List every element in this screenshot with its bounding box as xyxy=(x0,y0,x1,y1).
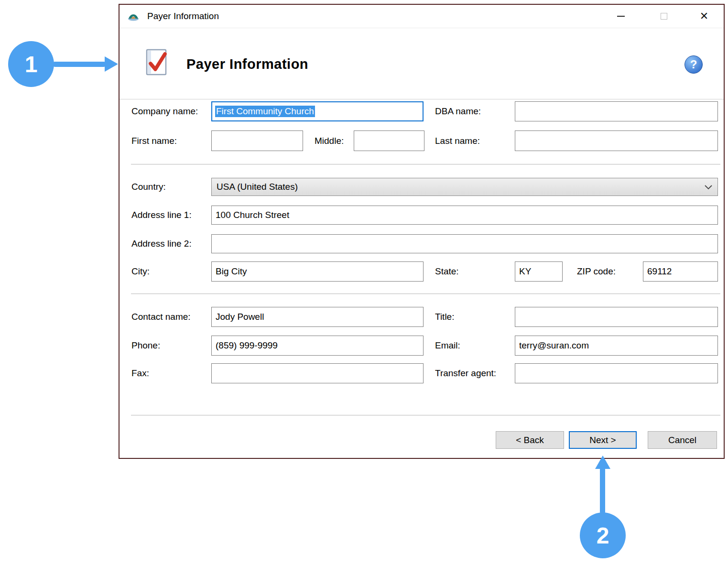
fax-input[interactable] xyxy=(211,363,424,383)
dba-name-input[interactable] xyxy=(515,101,718,121)
back-button[interactable]: < Back xyxy=(496,431,564,449)
company-name-label: Company name: xyxy=(131,101,198,121)
address-line2-label: Address line 2: xyxy=(131,234,192,253)
zip-code-input[interactable] xyxy=(643,261,718,282)
page-title: Payer Information xyxy=(186,28,308,100)
company-name-input[interactable]: First Community Church xyxy=(211,101,424,121)
city-label: City: xyxy=(131,261,150,282)
email-input[interactable] xyxy=(515,336,718,356)
cancel-button[interactable]: Cancel xyxy=(648,431,717,449)
maximize-button[interactable] xyxy=(649,5,679,28)
country-label: Country: xyxy=(131,178,166,196)
divider xyxy=(131,293,720,294)
zip-code-label: ZIP code: xyxy=(577,261,616,282)
wizard-header: Payer Information ? xyxy=(120,28,724,99)
window-title: Payer Information xyxy=(147,5,219,28)
middle-label: Middle: xyxy=(315,130,344,151)
divider xyxy=(131,415,720,416)
page: Payer Information ✕ Payer Information xyxy=(0,0,728,565)
annotation-step-1-badge: 1 xyxy=(8,41,54,87)
address-line1-input[interactable] xyxy=(211,206,718,225)
transfer-agent-input[interactable] xyxy=(515,363,718,383)
country-select[interactable]: USA (United States) xyxy=(211,178,718,196)
annotation-step-2-badge: 2 xyxy=(580,512,626,558)
title-bar: Payer Information ✕ xyxy=(120,5,724,28)
payer-information-dialog: Payer Information ✕ Payer Information xyxy=(119,4,725,459)
annotation-arrow-1-line xyxy=(53,62,106,67)
last-name-label: Last name: xyxy=(435,130,480,151)
maximize-icon xyxy=(661,13,667,20)
contact-name-input[interactable] xyxy=(211,307,424,327)
last-name-input[interactable] xyxy=(515,130,718,151)
email-label: Email: xyxy=(435,336,460,356)
divider xyxy=(131,164,720,165)
transfer-agent-label: Transfer agent: xyxy=(435,363,496,383)
minimize-icon xyxy=(617,16,625,17)
company-name-selected-text: First Community Church xyxy=(215,106,315,117)
title-input[interactable] xyxy=(515,307,718,327)
phone-input[interactable] xyxy=(211,336,424,356)
phone-label: Phone: xyxy=(131,336,160,356)
app-icon xyxy=(127,10,140,22)
state-label: State: xyxy=(435,261,459,282)
first-name-input[interactable] xyxy=(211,130,303,151)
close-icon: ✕ xyxy=(700,11,708,22)
chevron-down-icon xyxy=(704,185,713,190)
minimize-button[interactable] xyxy=(606,5,636,28)
next-button[interactable]: Next > xyxy=(569,431,637,449)
fax-label: Fax: xyxy=(131,363,149,383)
annotation-arrow-1-head xyxy=(105,56,118,72)
help-button[interactable]: ? xyxy=(685,55,703,74)
city-input[interactable] xyxy=(211,261,424,282)
title-label: Title: xyxy=(435,307,454,327)
help-icon: ? xyxy=(690,58,697,71)
document-check-icon xyxy=(143,48,169,76)
first-name-label: First name: xyxy=(131,130,177,151)
contact-name-label: Contact name: xyxy=(131,307,191,327)
state-input[interactable] xyxy=(515,261,563,282)
annotation-arrow-2-line xyxy=(600,467,605,514)
close-button[interactable]: ✕ xyxy=(689,5,719,28)
address-line2-input[interactable] xyxy=(211,234,718,253)
address-line1-label: Address line 1: xyxy=(131,206,192,225)
dba-name-label: DBA name: xyxy=(435,101,481,121)
country-selected-value: USA (United States) xyxy=(217,182,704,192)
middle-input[interactable] xyxy=(354,130,424,151)
